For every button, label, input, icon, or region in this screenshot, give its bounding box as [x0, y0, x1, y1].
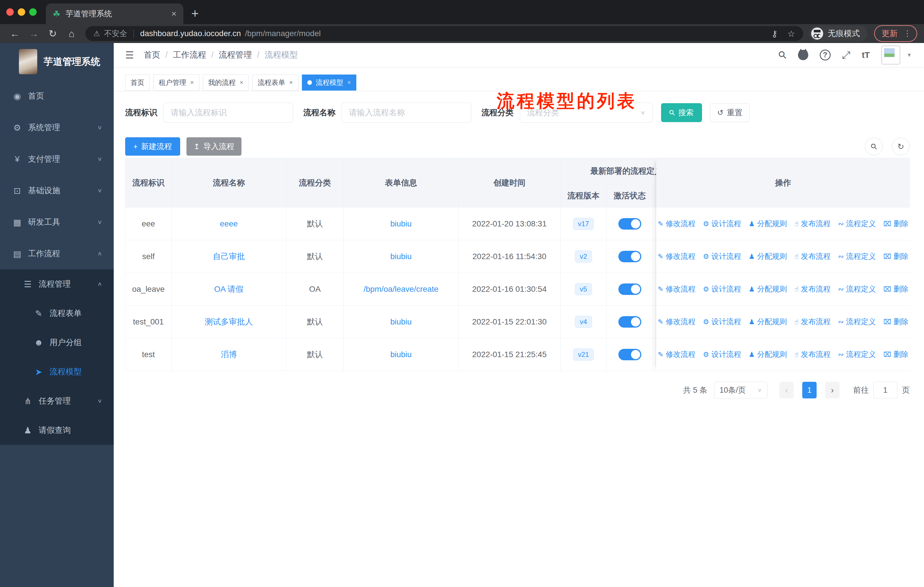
active-toggle[interactable]: [619, 349, 641, 360]
search-button[interactable]: ⚲ 搜索: [661, 103, 702, 122]
page-size-select[interactable]: 10条/页 ∨: [714, 382, 767, 398]
action-link[interactable]: ⚙ 设计流程: [703, 251, 741, 261]
breadcrumb-item[interactable]: 工作流程: [160, 49, 206, 61]
action-link[interactable]: ⌧ 删除: [883, 219, 909, 229]
view-tab[interactable]: 首页: [125, 74, 150, 91]
action-link[interactable]: ∾ 流程定义: [838, 251, 876, 261]
tab-close-icon[interactable]: ×: [171, 9, 177, 19]
action-link[interactable]: ✎ 修改流程: [658, 317, 695, 327]
update-button[interactable]: 更新 ⋮: [874, 25, 917, 42]
breadcrumb-item[interactable]: 流程管理: [206, 49, 252, 61]
goto-page-input[interactable]: [873, 382, 898, 398]
sidebar-fold-icon[interactable]: ☰: [125, 49, 134, 61]
action-link[interactable]: ☝ 发布流程: [794, 219, 831, 229]
github-icon[interactable]: [798, 50, 808, 60]
view-tab[interactable]: 流程表单: [252, 74, 299, 91]
traffic-minimize-button[interactable]: [18, 8, 25, 16]
cell-form-link[interactable]: /bpm/oa/leave/create: [344, 273, 459, 306]
action-link[interactable]: ✎ 修改流程: [658, 251, 695, 261]
breadcrumb-item[interactable]: 首页: [144, 49, 160, 61]
action-link[interactable]: ⌧ 删除: [883, 251, 909, 261]
bookmark-star-icon[interactable]: ☆: [787, 29, 795, 39]
action-link[interactable]: ☝ 发布流程: [794, 251, 831, 261]
action-link[interactable]: ♟ 分配规则: [749, 219, 787, 229]
action-link[interactable]: ⚙ 设计流程: [703, 317, 741, 327]
cell-form-link[interactable]: biubiu: [344, 338, 459, 371]
sidebar-item[interactable]: ▦ 研发工具 ∨: [0, 207, 114, 238]
caret-down-icon[interactable]: ▾: [908, 51, 911, 59]
action-link[interactable]: ✎ 修改流程: [658, 284, 695, 294]
sidebar-item[interactable]: ¥ 支付管理 ∨: [0, 143, 114, 175]
action-link[interactable]: ⚙ 设计流程: [703, 349, 741, 359]
version-badge[interactable]: v5: [575, 283, 592, 295]
browser-tab[interactable]: ☘ 芋道管理系统 ×: [46, 3, 183, 24]
sidebar-item[interactable]: ☰ 流程管理 ∧: [0, 270, 114, 299]
reload-icon[interactable]: ↻: [45, 28, 61, 39]
action-link[interactable]: ∾ 流程定义: [838, 317, 876, 327]
close-icon[interactable]: [240, 79, 243, 86]
home-icon[interactable]: ⌂: [64, 28, 80, 39]
import-process-button[interactable]: ↥ 导入流程: [186, 137, 241, 155]
refresh-button[interactable]: ↻: [892, 137, 910, 155]
next-page-button[interactable]: ›: [825, 382, 840, 398]
action-link[interactable]: ✎ 修改流程: [658, 349, 695, 359]
action-link[interactable]: ♟ 分配规则: [749, 317, 787, 327]
reset-button[interactable]: ↺ 重置: [710, 103, 749, 122]
action-link[interactable]: ♟ 分配规则: [749, 349, 787, 359]
sidebar-item[interactable]: ✎ 流程表单: [0, 299, 114, 328]
action-link[interactable]: ∾ 流程定义: [838, 284, 876, 294]
fullscreen-icon[interactable]: ⤢: [842, 49, 850, 61]
action-link[interactable]: ♟ 分配规则: [749, 284, 787, 294]
action-link[interactable]: ☝ 发布流程: [794, 284, 831, 294]
help-icon[interactable]: ?: [820, 50, 831, 61]
action-link[interactable]: ∾ 流程定义: [838, 349, 876, 359]
close-icon[interactable]: [190, 79, 194, 86]
sidebar-item[interactable]: ⊡ 基础设施 ∨: [0, 175, 114, 207]
cell-form-link[interactable]: biubiu: [344, 208, 459, 240]
cell-process-name-link[interactable]: eeee: [172, 208, 286, 240]
sidebar-item[interactable]: ▤ 工作流程 ∧: [0, 238, 114, 270]
version-badge[interactable]: v4: [575, 316, 592, 328]
process-id-input[interactable]: [163, 103, 293, 123]
cell-form-link[interactable]: biubiu: [344, 240, 459, 273]
current-page-button[interactable]: 1: [802, 382, 817, 398]
new-tab-button[interactable]: +: [191, 6, 199, 21]
security-label[interactable]: 不安全: [104, 28, 127, 39]
action-link[interactable]: ✎ 修改流程: [658, 219, 695, 229]
sidebar-item[interactable]: ⋔ 任务管理 ∨: [0, 386, 114, 416]
cell-process-name-link[interactable]: 测试多审批人: [172, 306, 286, 338]
action-link[interactable]: ⌧ 删除: [883, 349, 909, 359]
prev-page-button[interactable]: ‹: [779, 382, 794, 398]
cell-process-name-link[interactable]: OA 请假: [172, 273, 286, 306]
action-link[interactable]: ⌧ 删除: [883, 284, 909, 294]
action-link[interactable]: ∾ 流程定义: [838, 219, 876, 229]
action-link[interactable]: ⚙ 设计流程: [703, 284, 741, 294]
create-process-button[interactable]: + 新建流程: [125, 137, 180, 155]
version-badge[interactable]: v2: [575, 251, 592, 263]
sidebar-item[interactable]: ♟ 请假查询: [0, 416, 114, 445]
action-link[interactable]: ⚙ 设计流程: [703, 219, 741, 229]
active-toggle[interactable]: [619, 218, 641, 230]
sidebar-item[interactable]: ➤ 流程模型: [0, 357, 114, 386]
menu-dots-icon[interactable]: ⋮: [903, 32, 911, 35]
active-toggle[interactable]: [619, 251, 641, 262]
version-badge[interactable]: v21: [573, 349, 594, 360]
traffic-zoom-button[interactable]: [29, 8, 37, 16]
sidebar-item[interactable]: ◉ 首页: [0, 80, 114, 112]
search-icon[interactable]: ⚲: [776, 48, 789, 62]
forward-icon[interactable]: →: [26, 28, 42, 39]
action-link[interactable]: ⌧ 删除: [883, 317, 909, 327]
password-key-icon[interactable]: ⚷: [771, 29, 778, 39]
close-icon[interactable]: [289, 79, 293, 86]
sidebar-item[interactable]: ☻ 用户分组: [0, 328, 114, 357]
action-link[interactable]: ☝ 发布流程: [794, 349, 831, 359]
cell-form-link[interactable]: biubiu: [344, 306, 459, 338]
toggle-search-button[interactable]: ⚲: [865, 137, 883, 155]
active-toggle[interactable]: [619, 283, 641, 295]
active-toggle[interactable]: [619, 316, 641, 327]
view-tab[interactable]: 租户管理: [153, 74, 200, 91]
close-icon[interactable]: [347, 79, 351, 86]
view-tab[interactable]: 我的流程: [203, 74, 249, 91]
font-size-icon[interactable]: tT: [862, 50, 870, 60]
address-bar[interactable]: ⚠ 不安全 dashboard.yudao.iocoder.cn /bpm/ma…: [85, 26, 803, 41]
